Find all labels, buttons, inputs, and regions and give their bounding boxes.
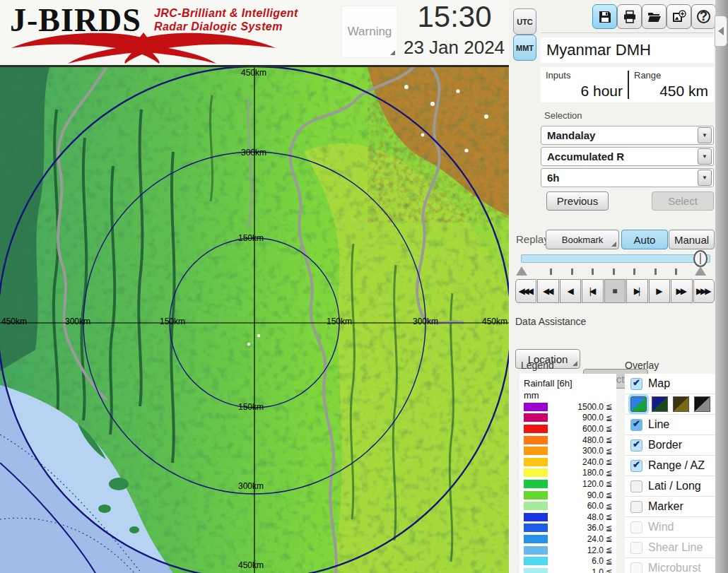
checked-checkbox[interactable]: [630, 378, 642, 390]
previous-button[interactable]: Previous: [546, 191, 609, 211]
playback-controls: ◀◀◀◀◀◀|◀■▶|▶▶▶▶▶▶: [515, 279, 715, 303]
legend-row: 36.0≦: [524, 523, 613, 534]
clock-time: 15:30: [401, 0, 507, 34]
mmt-toggle-button[interactable]: MMT: [513, 35, 536, 61]
range-label: 300km: [241, 148, 266, 158]
station-dropdown[interactable]: Mandalay ▼: [541, 126, 714, 145]
collapse-left-icon: [718, 27, 724, 35]
capture-image-button[interactable]: [667, 4, 691, 29]
legend-value: 480.0: [548, 435, 604, 445]
replay-slider-thumb[interactable]: [693, 250, 708, 267]
help-button[interactable]: ?: [691, 4, 716, 29]
replay-slider-track[interactable]: [521, 254, 710, 263]
panel-collapse-handle[interactable]: [715, 16, 727, 47]
warning-button[interactable]: Warning: [341, 6, 398, 58]
fast-rewind-button[interactable]: ◀◀: [537, 279, 558, 303]
less-equal-symbol: ≦: [606, 479, 613, 488]
legend-title: Rainfall [6h]: [524, 377, 613, 389]
manual-mode-button[interactable]: Manual: [669, 230, 715, 249]
checked-checkbox[interactable]: [630, 439, 642, 451]
radar-map[interactable]: 450km300km150km450km300km150km150km300km…: [0, 67, 509, 573]
legend-color-swatch: [524, 480, 548, 488]
overlay-item-wind[interactable]: Wind: [625, 517, 715, 538]
legend-value: 24.0: [548, 534, 604, 544]
legend-value: 900.0: [548, 413, 604, 423]
overlay-item-map[interactable]: Map: [625, 374, 715, 394]
step-forward-button[interactable]: ▶|: [626, 279, 647, 303]
clock-date: 23 Jan 2024: [392, 37, 516, 59]
overlay-item-range-az[interactable]: Range / AZ: [625, 456, 715, 476]
map-style-olive-swatch[interactable]: [673, 396, 689, 412]
legend-color-swatch: [524, 535, 548, 543]
control-panel: UTC MMT: [509, 0, 715, 573]
auto-mode-button[interactable]: Auto: [621, 230, 668, 249]
play-button[interactable]: ▶: [649, 279, 670, 303]
jump-end-button[interactable]: ▶▶▶: [693, 279, 715, 303]
legend-color-swatch: [524, 502, 548, 510]
less-equal-symbol: ≦: [606, 534, 613, 543]
legend-row: 300.0≦: [524, 445, 613, 456]
legend-color-swatch: [524, 513, 548, 521]
product-dropdown[interactable]: Accumulated R ▼: [541, 147, 714, 166]
unchecked-checkbox[interactable]: [630, 480, 642, 492]
legend-color-swatch: [524, 447, 548, 455]
legend-color-swatch: [524, 546, 548, 555]
bookmark-button[interactable]: Bookmark: [546, 230, 619, 249]
overlay-item-marker[interactable]: Marker: [625, 497, 715, 517]
print-icon: [623, 10, 637, 24]
range-label: 150km: [238, 233, 264, 243]
checked-checkbox[interactable]: [630, 460, 642, 472]
less-equal-symbol: ≦: [606, 447, 613, 456]
overlay-item-label: Line: [648, 418, 669, 431]
stop-button[interactable]: ■: [604, 279, 626, 303]
jump-start-button[interactable]: ◀◀◀: [515, 279, 536, 303]
legend-value: 240.0: [548, 457, 604, 467]
range-label: 150km: [238, 402, 264, 412]
overlay-item-microburst[interactable]: Microburst: [625, 558, 715, 573]
replay-range-start-marker[interactable]: [516, 266, 527, 276]
legend-row: 6.0≦: [524, 555, 613, 567]
step-back-button[interactable]: |◀: [582, 279, 603, 303]
duration-dropdown[interactable]: 6h ▼: [541, 168, 714, 187]
replay-range-end-marker[interactable]: [695, 266, 706, 276]
select-button[interactable]: Select: [652, 191, 714, 211]
less-equal-symbol: ≦: [606, 567, 613, 573]
legend-value: 1.0: [548, 567, 604, 573]
unchecked-checkbox[interactable]: [630, 542, 642, 554]
station-title: Myanmar DMH: [541, 41, 651, 59]
duration-dropdown-value: 6h: [541, 172, 698, 184]
legend-value: 1500.0: [548, 402, 604, 412]
chevron-down-icon[interactable]: ▼: [698, 148, 712, 165]
panel-divider: [541, 33, 714, 33]
open-file-button[interactable]: [642, 4, 667, 29]
unchecked-checkbox[interactable]: [630, 501, 642, 513]
unchecked-checkbox[interactable]: [630, 521, 642, 533]
save-button[interactable]: [592, 4, 617, 29]
print-button[interactable]: [617, 4, 642, 29]
legend-row: 480.0≦: [524, 435, 613, 446]
rainfall-legend: Rainfall [6h] mm 1500.0≦900.0≦600.0≦480.…: [519, 374, 616, 573]
unchecked-checkbox[interactable]: [630, 562, 642, 573]
map-style-navy-swatch[interactable]: [652, 396, 668, 412]
overlay-item-border[interactable]: Border: [625, 435, 715, 456]
panel-scroll-strip[interactable]: [715, 0, 728, 573]
legend-row: 1.0≦: [524, 567, 613, 573]
checked-checkbox[interactable]: [630, 419, 642, 431]
overlay-item-lati-long[interactable]: Lati / Long: [625, 476, 715, 497]
chevron-down-icon[interactable]: ▼: [698, 127, 712, 143]
fast-forward-button[interactable]: ▶▶: [671, 279, 692, 303]
legend-value: 60.0: [548, 501, 604, 511]
range-field: Range 450 km: [629, 67, 712, 102]
overlay-item-label: Marker: [648, 500, 683, 513]
overlay-item-shear-line[interactable]: Shear Line: [625, 538, 715, 558]
chevron-down-icon[interactable]: ▼: [698, 170, 712, 186]
map-style-color-swatch[interactable]: [630, 396, 647, 412]
legend-row: 600.0≦: [524, 423, 613, 435]
utc-toggle-button[interactable]: UTC: [513, 8, 536, 35]
map-style-gray-swatch[interactable]: [694, 396, 710, 412]
slider-tick: [592, 268, 594, 275]
reverse-play-button[interactable]: ◀: [560, 279, 581, 303]
less-equal-symbol: ≦: [606, 468, 613, 478]
overlay-item-line[interactable]: Line: [625, 415, 715, 435]
legend-row: 120.0≦: [524, 478, 613, 490]
